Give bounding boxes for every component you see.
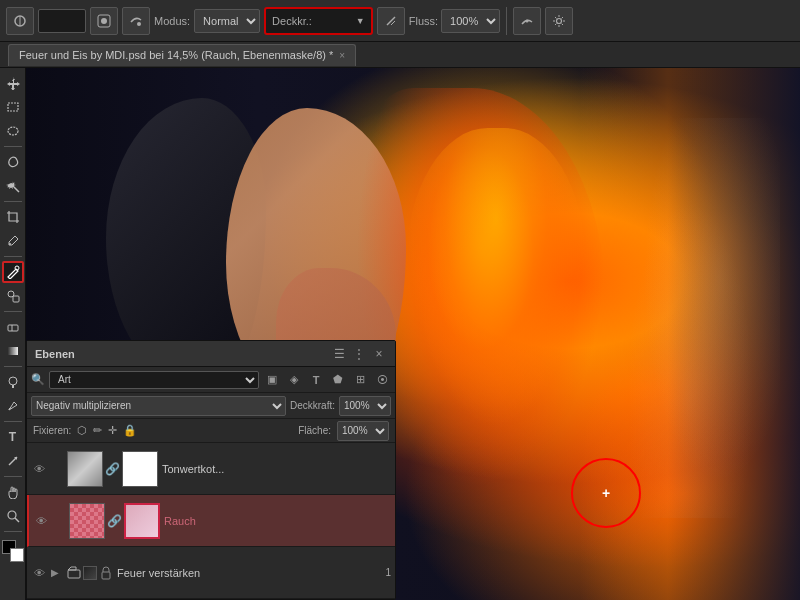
brush-preset-btn[interactable] [90,7,118,35]
filter-icon: 🔍 [31,373,45,386]
toolbar-divider-3 [4,256,22,257]
layer-row-feuer[interactable]: 👁 ▶ Feuer verstärken 1 [27,547,395,599]
mode-select[interactable]: Normal [194,9,260,33]
opacity-dropdown-icon[interactable]: ▼ [356,16,365,26]
svg-point-10 [9,243,11,245]
tool-type[interactable]: T [2,426,24,448]
tool-eraser[interactable] [2,316,24,338]
panel-header: Ebenen ☰ ⋮ × [27,341,395,367]
fix-artboard-icon[interactable]: 🔒 [123,424,137,437]
layer-type-select[interactable]: Art [49,371,259,389]
layer-label-tonwert: Tonwertkot... [162,463,391,475]
brush-size-input[interactable]: 464 [38,9,86,33]
panel-title: Ebenen [35,348,75,360]
svg-rect-24 [102,572,110,579]
flow-select[interactable]: 100% [441,9,500,33]
smoke-light-overlay [630,118,780,518]
panel-search-row: 🔍 Art ▣ ◈ T ⬟ ⊞ ⦿ [27,367,395,393]
tool-move[interactable] [2,72,24,94]
opacity-row-label: Deckkraft: [290,400,335,411]
mode-label: Modus: [154,15,190,27]
layer-visibility-tonwert[interactable]: 👁 [31,461,47,477]
tool-dodge[interactable] [2,371,24,393]
svg-rect-16 [8,347,18,355]
tab-title: Feuer und Eis by MDI.psd bei 14,5% (Rauc… [19,49,333,61]
layer-filter-pixel[interactable]: ▣ [263,371,281,389]
svg-point-6 [557,18,562,23]
tab-bar: Feuer und Eis by MDI.psd bei 14,5% (Rauc… [0,42,800,68]
layer-visibility-feuer[interactable]: 👁 [31,565,47,581]
layer-opacity-select[interactable]: 100% [339,396,391,416]
panel-arrange-btn[interactable]: ⋮ [351,346,367,362]
blend-mode-select[interactable]: Negativ multiplizieren [31,396,286,416]
tool-brush[interactable] [2,261,24,283]
svg-rect-22 [125,454,155,484]
tool-lasso[interactable] [2,151,24,173]
layer-expand-feuer[interactable]: ▶ [51,567,63,578]
tool-path-select[interactable] [2,450,24,472]
layer-filter-type[interactable]: T [307,371,325,389]
layer-thumb-tonwert [67,451,103,487]
tab-close-btn[interactable]: × [339,50,345,61]
svg-rect-13 [13,296,19,302]
toolbar-divider-8 [4,531,22,532]
settings-btn[interactable] [545,7,573,35]
color-swatches[interactable] [2,540,24,562]
toolbar-divider-2 [4,201,22,202]
airbrush-mode-btn[interactable] [377,7,405,35]
opacity-box: Deckkr.: 41% ▼ [264,7,373,35]
canvas-area[interactable]: + Ebenen ☰ ⋮ × 🔍 Art [26,68,800,600]
tool-clone-stamp[interactable] [2,285,24,307]
tool-marquee-ellipse[interactable] [2,120,24,142]
toolbar-divider-7 [4,476,22,477]
tool-gradient[interactable] [2,340,24,362]
airbrush-toggle[interactable] [122,7,150,35]
fix-paint-icon[interactable]: ✏ [93,424,102,437]
top-toolbar: 464 Modus: Normal Deckkr.: 41% ▼ Fluss: … [0,0,800,42]
layer-visibility-rauch[interactable]: 👁 [33,513,49,529]
toolbar-divider-6 [4,421,22,422]
svg-point-20 [8,511,16,519]
layer-chain-tonwert: 🔗 [105,462,120,476]
svg-point-4 [137,22,141,26]
flow-group: Fluss: 100% [409,9,500,33]
fix-transparent-icon[interactable]: ⬡ [77,424,87,437]
tool-preset-picker[interactable] [6,7,34,35]
layer-filter-smart[interactable]: ⊞ [351,371,369,389]
tool-crop[interactable] [2,206,24,228]
background-color[interactable] [10,548,24,562]
toolbar-divider-1 [4,146,22,147]
layer-count-feuer: 1 [385,567,391,578]
toolbar-divider-4 [4,311,22,312]
panel-menu-btn[interactable]: ☰ [331,346,347,362]
flow-label: Fluss: [409,15,438,27]
flaeche-select[interactable]: 100% [337,421,389,441]
panel-close-btn[interactable]: × [371,346,387,362]
tool-eyedropper[interactable] [2,230,24,252]
svg-point-3 [101,18,107,24]
layer-row-tonwert[interactable]: 👁 🔗 Tonwertkot... [27,443,395,495]
document-tab[interactable]: Feuer und Eis by MDI.psd bei 14,5% (Rauc… [8,44,356,66]
layer-filter-shape[interactable]: ⬟ [329,371,347,389]
tool-pen[interactable] [2,395,24,417]
opacity-input[interactable]: 41% [315,15,353,27]
tool-magic-wand[interactable] [2,175,24,197]
main-area: T [0,68,800,600]
tool-zoom[interactable] [2,505,24,527]
layer-mask-rauch [124,503,160,539]
layer-filter-adjust[interactable]: ◈ [285,371,303,389]
layers-panel: Ebenen ☰ ⋮ × 🔍 Art ▣ ◈ T ⬟ [26,340,396,600]
smooth-btn[interactable] [513,7,541,35]
left-toolbar: T [0,68,26,600]
flaeche-label: Fläche: [298,425,331,436]
svg-line-9 [14,187,19,192]
layer-thumb-rauch [69,503,105,539]
tool-hand[interactable] [2,481,24,503]
layer-mask-tonwert [122,451,158,487]
tool-marquee-rect[interactable] [2,96,24,118]
panel-fix-row: Fixieren: ⬡ ✏ ✛ 🔒 Fläche: 100% [27,419,395,443]
layer-row-rauch[interactable]: 👁 🔗 Rauch [27,495,395,547]
fix-position-icon[interactable]: ✛ [108,424,117,437]
svg-rect-14 [8,325,18,331]
layer-filter-toggle[interactable]: ⦿ [373,371,391,389]
